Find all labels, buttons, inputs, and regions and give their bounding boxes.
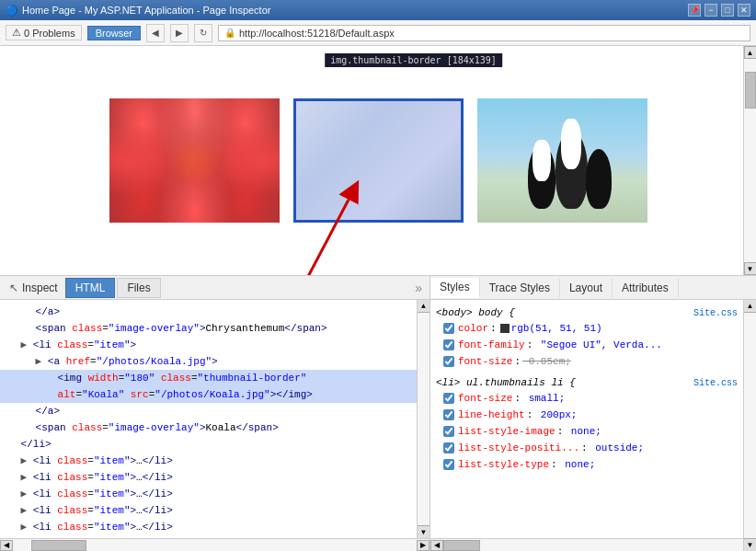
pin-button[interactable]: 📌 <box>688 4 701 17</box>
tree-line: <span class="image-overlay">Chrysanthemu… <box>0 320 417 337</box>
prop-checkbox-font-size[interactable] <box>443 356 454 367</box>
scroll-left[interactable]: ◀ <box>0 540 13 551</box>
title-bar: 🔵 Home Page - My ASP.NET Application - P… <box>0 0 756 20</box>
tree-line-highlighted-2: alt="Koala" src="/photos/Koala.jpg"></im… <box>0 386 417 403</box>
inspector-tab-bar: ↖ Inspect HTML Files » <box>0 276 430 300</box>
tree-line: ▶ <li class="item"> <box>0 337 417 353</box>
browser-tab-label: Browser <box>96 28 132 39</box>
flower-image <box>109 98 280 223</box>
tree-line: </a> <box>0 304 417 320</box>
inspector-panel: ↖ Inspect HTML Files » </a> <box>0 276 756 551</box>
prop-checkbox-list-style-image[interactable] <box>443 426 454 437</box>
style-prop-font-size-2: font-size: small; <box>436 390 738 407</box>
koala-image <box>293 98 464 223</box>
tab-html[interactable]: HTML <box>65 278 116 298</box>
back-button[interactable]: ◀ <box>146 24 165 42</box>
problems-badge: ⚠ 0 Problems <box>6 25 82 40</box>
selector-1: <body> body { <box>436 307 515 318</box>
inspect-button[interactable]: ↖ Inspect <box>4 280 63 296</box>
address-bar[interactable]: 🔒 http://localhost:51218/Default.aspx <box>218 25 750 41</box>
prop-checkbox-color[interactable] <box>443 323 454 334</box>
lock-icon: 🔒 <box>224 28 235 38</box>
browser-tab-button[interactable]: Browser <box>87 26 141 40</box>
expand-button[interactable]: » <box>411 281 426 295</box>
scroll-up-arrow[interactable]: ▲ <box>744 46 757 59</box>
tree-line: </a> <box>0 403 417 419</box>
browser-scrollbar[interactable]: ▲ ▼ <box>743 46 756 275</box>
styles-scroll-up[interactable]: ▲ <box>744 300 756 313</box>
style-prop-color: color: rgb(51, 51, 51) <box>436 320 738 337</box>
title-bar-left: 🔵 Home Page - My ASP.NET Application - P… <box>6 5 270 17</box>
inspect-label: Inspect <box>22 281 58 294</box>
prop-checkbox-list-style-position[interactable] <box>443 442 454 453</box>
toolbar: ⚠ 0 Problems Browser ◀ ▶ ↻ 🔒 http://loca… <box>0 20 756 46</box>
prop-checkbox-list-style-type[interactable] <box>443 459 454 470</box>
styles-scroll-left[interactable]: ◀ <box>430 540 443 551</box>
tree-line: <span class="image-overlay">Koala</span> <box>0 419 417 436</box>
prop-checkbox-font-family[interactable] <box>443 339 454 350</box>
main-area: img.thumbnail-border [184x139] <box>0 46 756 551</box>
warning-icon: ⚠ <box>12 27 21 39</box>
maximize-button[interactable]: □ <box>721 4 734 17</box>
tab-attributes[interactable]: Attributes <box>613 279 679 297</box>
tree-line: ▶ <li class="item">…</li> <box>0 486 417 502</box>
styles-content: <body> body { Site.css color: rgb(51, 51… <box>430 300 756 538</box>
tree-line: </li> <box>0 436 417 453</box>
tree-line: </ul> <box>0 535 417 538</box>
file-2[interactable]: Site.css <box>693 378 738 388</box>
refresh-button[interactable]: ↻ <box>194 24 212 42</box>
close-button[interactable]: ✕ <box>738 4 750 17</box>
style-prop-list-style-image: list-style-image: none; <box>436 423 738 440</box>
tab-styles[interactable]: Styles <box>430 278 480 298</box>
styles-panel: Styles Trace Styles Layout Attributes <b… <box>430 276 756 551</box>
style-prop-list-style-type: list-style-type: none; <box>436 456 738 473</box>
file-1[interactable]: Site.css <box>693 308 738 318</box>
tree-line-highlighted: <img width="180" class="thumbnail-border… <box>0 370 417 386</box>
forward-button[interactable]: ▶ <box>170 24 189 42</box>
problems-count: 0 Problems <box>24 28 75 39</box>
html-tree: </a> <span class="image-overlay">Chrysan… <box>0 300 430 538</box>
style-rule-2-header: <li> ul.thumbnails li { Site.css <box>436 377 738 388</box>
style-rule-1-header: <body> body { Site.css <box>436 307 738 318</box>
style-prop-font-family: font-family: "Segoe UI", Verda... <box>436 337 738 353</box>
title-bar-buttons: 📌 − □ ✕ <box>688 4 750 17</box>
bottom-scroll-thumb[interactable] <box>31 540 86 551</box>
style-prop-list-style-position: list-style-positi...: outside; <box>436 440 738 456</box>
html-bottom-scrollbar[interactable]: ◀ ▶ <box>0 538 430 551</box>
image-gallery <box>82 89 675 232</box>
koala-container <box>293 98 464 223</box>
tree-scrollbar[interactable]: ▲ ▼ <box>417 300 430 538</box>
tab-files[interactable]: Files <box>117 278 160 298</box>
tree-line: ▶ <li class="item">…</li> <box>0 469 417 486</box>
penguin-image <box>477 98 647 223</box>
styles-tab-bar: Styles Trace Styles Layout Attributes <box>430 276 756 300</box>
style-prop-line-height: line-height: 200px; <box>436 407 738 423</box>
selector-2: <li> ul.thumbnails li { <box>436 377 576 388</box>
color-swatch <box>500 324 510 333</box>
tree-line: ▶ <a href="/photos/Koala.jpg"> <box>0 353 417 370</box>
styles-bottom-scrollbar[interactable]: ◀ ▶ <box>430 538 756 551</box>
app-icon: 🔵 <box>6 5 18 17</box>
browser-viewport: img.thumbnail-border [184x139] <box>0 46 756 276</box>
element-tooltip: img.thumbnail-border [184x139] <box>325 53 502 67</box>
html-panel: ↖ Inspect HTML Files » </a> <box>0 276 430 551</box>
tab-layout[interactable]: Layout <box>560 279 613 297</box>
prop-checkbox-font-size-2[interactable] <box>443 393 454 404</box>
scroll-thumb[interactable] <box>745 72 756 109</box>
scroll-down-arrow[interactable]: ▼ <box>744 262 757 275</box>
styles-scroll-down[interactable]: ▼ <box>744 538 756 551</box>
prop-checkbox-line-height[interactable] <box>443 409 454 420</box>
styles-bottom-thumb[interactable] <box>443 540 480 551</box>
minimize-button[interactable]: − <box>704 4 717 17</box>
tree-line: ▶ <li class="item">…</li> <box>0 453 417 469</box>
scroll-right[interactable]: ▶ <box>417 540 430 551</box>
tree-line: ▶ <li class="item">…</li> <box>0 502 417 519</box>
cursor-icon: ↖ <box>9 281 18 294</box>
tree-scroll-down[interactable]: ▼ <box>418 525 430 538</box>
styles-scrollbar[interactable]: ▲ ▼ <box>743 300 756 551</box>
tab-trace-styles[interactable]: Trace Styles <box>480 279 560 297</box>
address-text: http://localhost:51218/Default.aspx <box>239 28 395 39</box>
tree-line: ▶ <li class="item">…</li> <box>0 519 417 535</box>
tree-scroll-up[interactable]: ▲ <box>418 300 430 313</box>
title-text: Home Page - My ASP.NET Application - Pag… <box>22 5 270 16</box>
